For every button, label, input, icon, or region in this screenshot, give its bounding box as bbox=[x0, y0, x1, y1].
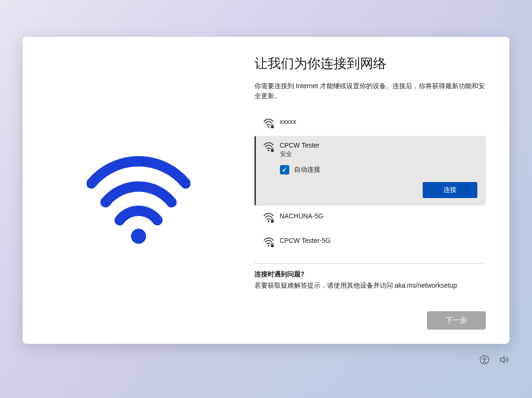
svg-rect-4 bbox=[271, 149, 274, 152]
help-section: 连接时遇到问题? 若要获取疑难解答提示，请使用其他设备并访问 aka.ms/ne… bbox=[254, 270, 486, 290]
network-name: xxxxx bbox=[280, 118, 296, 125]
auto-connect-label: 自动连接 bbox=[294, 166, 320, 174]
svg-point-7 bbox=[268, 245, 270, 247]
network-name: CPCW Tester-5G bbox=[280, 237, 331, 244]
connect-button[interactable]: 连接 bbox=[423, 182, 477, 198]
network-item[interactable]: xxxxx bbox=[254, 111, 486, 136]
wifi-secured-icon bbox=[263, 212, 274, 224]
auto-connect-checkbox-row[interactable]: ✓ 自动连接 bbox=[280, 165, 478, 174]
svg-point-3 bbox=[268, 149, 270, 151]
svg-point-10 bbox=[483, 357, 485, 358]
divider bbox=[254, 263, 486, 264]
footer: 下一步 bbox=[254, 296, 486, 330]
network-item[interactable]: NACHUNA-5G bbox=[254, 206, 486, 230]
volume-icon[interactable] bbox=[499, 355, 509, 365]
network-item[interactable]: CPCW Tester-5G bbox=[254, 230, 486, 255]
help-text: 若要获取疑难解答提示，请使用其他设备并访问 aka.ms/networksetu… bbox=[254, 281, 486, 290]
accessibility-icon[interactable] bbox=[479, 355, 490, 365]
network-security: 安全 bbox=[280, 150, 320, 158]
wifi-logo-icon bbox=[87, 155, 190, 245]
system-tray bbox=[479, 355, 509, 365]
wifi-secured-icon bbox=[263, 141, 274, 153]
page-subtitle: 你需要连接到 Internet 才能继续设置你的设备。连接后，你将获得最新功能和… bbox=[254, 81, 486, 101]
svg-rect-2 bbox=[271, 126, 274, 128]
svg-point-0 bbox=[131, 229, 146, 244]
wifi-secured-icon bbox=[263, 118, 274, 129]
content-panel: 让我们为你连接到网络 你需要连接到 Internet 才能继续设置你的设备。连接… bbox=[254, 37, 510, 344]
svg-point-1 bbox=[268, 126, 270, 128]
illustration-panel bbox=[23, 37, 254, 344]
svg-rect-6 bbox=[271, 220, 274, 223]
network-name: CPCW Tester bbox=[280, 141, 320, 149]
next-button[interactable]: 下一步 bbox=[427, 311, 486, 330]
network-name: NACHUNA-5G bbox=[280, 212, 324, 220]
check-icon: ✓ bbox=[282, 166, 287, 174]
page-title: 让我们为你连接到网络 bbox=[254, 55, 486, 73]
network-list: xxxxx CPCW Tester 安全 bbox=[254, 111, 486, 255]
help-title: 连接时遇到问题? bbox=[254, 270, 486, 279]
svg-point-5 bbox=[268, 220, 270, 222]
network-item-selected[interactable]: CPCW Tester 安全 ✓ 自动连接 连接 bbox=[254, 136, 486, 206]
wifi-secured-icon bbox=[263, 237, 274, 248]
checkbox-checked[interactable]: ✓ bbox=[280, 165, 289, 174]
setup-window: 让我们为你连接到网络 你需要连接到 Internet 才能继续设置你的设备。连接… bbox=[23, 37, 509, 344]
svg-rect-8 bbox=[271, 245, 274, 247]
